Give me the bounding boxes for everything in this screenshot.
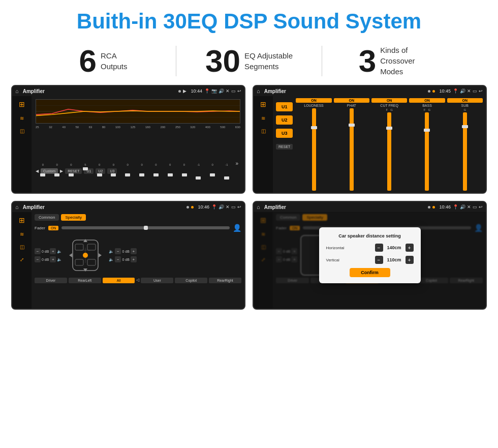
- cutfreq-slider[interactable]: [387, 112, 391, 191]
- sub-slider[interactable]: [463, 112, 467, 191]
- fader-user-icon[interactable]: 👤: [233, 224, 241, 232]
- horizontal-plus-btn[interactable]: +: [406, 244, 414, 252]
- dialog-title: Car speaker distance setting: [326, 233, 414, 238]
- back-icon-eq[interactable]: ↩: [237, 88, 241, 94]
- eq-slider-5[interactable]: 0: [107, 162, 120, 166]
- eq-slider-3[interactable]: 5: [79, 162, 91, 166]
- eq-slider-13[interactable]: -1: [221, 162, 233, 166]
- fader-time: 10:46: [198, 204, 209, 210]
- horizontal-stepper: − 140cm +: [375, 244, 414, 252]
- fd-expand-icon[interactable]: ⤢: [20, 257, 24, 262]
- fd-wave-icon[interactable]: ≋: [20, 231, 24, 237]
- fader-bottom-buttons: Driver RearLeft All ◁ User Copilot RearR…: [35, 278, 241, 283]
- u1-button[interactable]: U1: [276, 102, 293, 111]
- fader-status-bar: ⌂ Amplifier 10:46 📍 🔊 ✕ ▭ ↩: [12, 202, 244, 212]
- phat-slider[interactable]: [350, 108, 354, 191]
- fd-speaker-icon[interactable]: ◫: [20, 244, 24, 250]
- vertical-plus-btn[interactable]: +: [406, 256, 414, 264]
- eq-slider-7[interactable]: 0: [136, 162, 148, 166]
- cx-wave-icon[interactable]: ≋: [261, 115, 265, 121]
- phat-on-btn[interactable]: ON: [334, 98, 369, 103]
- eq-reset-btn[interactable]: RESET: [65, 168, 82, 174]
- confirm-button[interactable]: Confirm: [350, 268, 390, 277]
- left-top-minus[interactable]: −: [35, 248, 41, 254]
- stat-number-eq: 30: [205, 45, 240, 77]
- eq-next-btn[interactable]: ▶: [60, 169, 63, 173]
- eq-slider-1[interactable]: 0: [51, 162, 64, 166]
- svg-marker-11: [83, 239, 87, 242]
- eq-slider-0[interactable]: 0: [37, 162, 49, 166]
- cx-back-icon[interactable]: ↩: [479, 88, 483, 94]
- rear-left-btn[interactable]: RearLeft: [69, 278, 101, 283]
- svg-point-10: [83, 253, 88, 258]
- sub-on-btn[interactable]: ON: [447, 98, 483, 103]
- all-btn[interactable]: All: [103, 278, 135, 283]
- cx-speaker-icon[interactable]: ◫: [261, 128, 266, 134]
- home-icon[interactable]: ⌂: [15, 88, 19, 94]
- right-top-plus[interactable]: +: [131, 248, 137, 254]
- eq-slider-8[interactable]: 0: [150, 162, 163, 166]
- eq-main-content: 253240506380 100125160200250320 40050063…: [32, 96, 244, 193]
- right-top-speaker: 🔈 − 0 dB +: [109, 248, 136, 254]
- home-icon-cx[interactable]: ⌂: [257, 88, 260, 94]
- cx-close-icon[interactable]: ✕: [467, 88, 471, 94]
- eq-slider-10[interactable]: 0: [178, 162, 191, 166]
- rear-right-btn[interactable]: RearRight: [209, 278, 241, 283]
- close-icon-eq[interactable]: ✕: [226, 88, 230, 94]
- eq-slider-4[interactable]: 0: [93, 162, 106, 166]
- loudness-on-btn[interactable]: ON: [296, 98, 331, 103]
- distance-dialog: Car speaker distance setting Horizontal …: [319, 227, 421, 283]
- eq-slider-12[interactable]: 0: [206, 162, 219, 166]
- user-btn[interactable]: User: [141, 278, 173, 283]
- eq-slider-6[interactable]: 0: [121, 162, 134, 166]
- driver-btn[interactable]: Driver: [35, 278, 67, 283]
- eq-speaker-icon[interactable]: ◫: [20, 128, 24, 134]
- horizontal-minus-btn[interactable]: −: [375, 244, 383, 252]
- eq-band-labels: 253240506380 100125160200250320 40050063…: [36, 126, 240, 129]
- right-bot-minus[interactable]: −: [115, 256, 121, 262]
- cx-reset-btn[interactable]: RESET: [276, 144, 293, 150]
- cx-status-icons: 📍 🔊 ✕ ▭ ↩: [453, 88, 483, 94]
- eq-slider-expand[interactable]: »: [234, 151, 239, 166]
- play-icon[interactable]: ▶: [183, 88, 186, 94]
- eq-screen-body: ⊞ ≋ ◫ 253240506: [12, 96, 244, 193]
- fader-tabs: Common Specialty: [35, 214, 241, 221]
- window-icon-eq[interactable]: ▭: [231, 88, 236, 94]
- fd-filter-icon[interactable]: ⊞: [19, 216, 25, 224]
- left-bot-minus[interactable]: −: [35, 256, 41, 262]
- eq-prev-btn[interactable]: ◀: [36, 169, 39, 173]
- fader-slider[interactable]: [61, 226, 230, 229]
- left-bot-plus[interactable]: +: [50, 256, 56, 262]
- copilot-btn[interactable]: Copilot: [175, 278, 207, 283]
- common-tab[interactable]: Common: [35, 214, 59, 221]
- bass-on-btn[interactable]: ON: [409, 98, 445, 103]
- cx-filter-icon[interactable]: ⊞: [260, 100, 266, 108]
- fd-window-icon[interactable]: ▭: [231, 204, 236, 210]
- crossover-app-name: Amplifier: [264, 88, 426, 94]
- fader-screen: ⌂ Amplifier 10:46 📍 🔊 ✕ ▭ ↩ ⊞ ≋ ◫ ⤢: [11, 201, 245, 310]
- fader-on-btn[interactable]: ON: [48, 226, 59, 230]
- eq-slider-9[interactable]: 0: [164, 162, 176, 166]
- u2-button[interactable]: U2: [276, 115, 293, 125]
- fd-back-icon[interactable]: ↩: [237, 204, 241, 210]
- eq-wave-icon[interactable]: ≋: [20, 115, 24, 121]
- page-title: Buith-in 30EQ DSP Sound System: [0, 0, 498, 39]
- cx-window-icon[interactable]: ▭: [473, 88, 477, 94]
- right-bot-plus[interactable]: +: [131, 256, 137, 262]
- fd-close-icon[interactable]: ✕: [226, 204, 230, 210]
- vertical-minus-btn[interactable]: −: [375, 256, 383, 264]
- eq-slider-2[interactable]: 0: [65, 162, 78, 166]
- u3-button[interactable]: U3: [276, 129, 293, 138]
- bass-slider[interactable]: [425, 112, 429, 191]
- loudness-slider[interactable]: [312, 108, 316, 191]
- camera-icon: 📷: [211, 88, 217, 94]
- specialty-tab[interactable]: Specialty: [61, 214, 85, 221]
- left-top-plus[interactable]: +: [50, 248, 56, 254]
- eq-slider-11[interactable]: -1: [192, 162, 205, 166]
- u-buttons-group: U1 U2 U3 RESET: [276, 98, 293, 191]
- eq-filter-icon[interactable]: ⊞: [19, 100, 25, 108]
- left-speakers: − 0 dB + 🔈 − 0 dB + 🔈: [35, 248, 62, 262]
- cutfreq-on-btn[interactable]: ON: [371, 98, 407, 103]
- right-top-minus[interactable]: −: [115, 248, 121, 254]
- home-icon-fd[interactable]: ⌂: [15, 204, 19, 210]
